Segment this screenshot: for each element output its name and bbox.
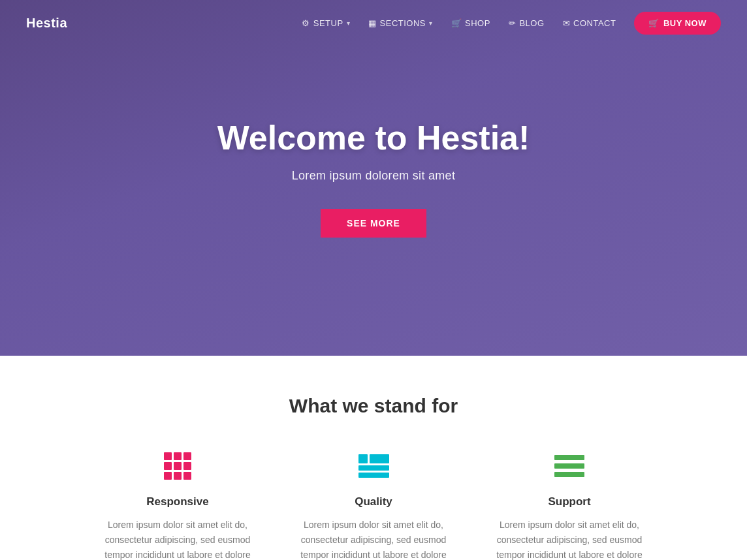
see-more-button[interactable]: SEE MORE bbox=[321, 209, 426, 238]
support-desc: Lorem ipsum dolor sit amet elit do, cons… bbox=[491, 518, 648, 560]
setup-icon: ⚙ bbox=[302, 18, 310, 28]
nav-links: ⚙ SETUP ▾ ▦ SECTIONS ▾ 🛒 SHOP ✏ BLOG ✉ C… bbox=[302, 12, 721, 35]
hero-title: Welcome to Hestia! bbox=[217, 118, 530, 157]
cart-icon: 🛒 bbox=[648, 18, 660, 28]
shop-icon: 🛒 bbox=[451, 18, 462, 28]
brand-logo[interactable]: Hestia bbox=[26, 16, 67, 31]
features-title: What we stand for bbox=[26, 395, 721, 417]
navbar: Hestia ⚙ SETUP ▾ ▦ SECTIONS ▾ 🛒 SHOP ✏ B… bbox=[0, 0, 747, 46]
sections-icon: ▦ bbox=[368, 18, 377, 28]
blog-icon: ✏ bbox=[509, 18, 517, 28]
feature-responsive: Responsive Lorem ipsum dolor sit amet el… bbox=[80, 450, 276, 560]
contact-icon: ✉ bbox=[563, 18, 571, 28]
hero-subtitle: Lorem ipsum dolorem sit amet bbox=[217, 169, 530, 183]
nav-setup[interactable]: ⚙ SETUP ▾ bbox=[302, 18, 350, 28]
hero-content: Welcome to Hestia! Lorem ipsum dolorem s… bbox=[217, 118, 530, 238]
support-icon bbox=[554, 450, 584, 482]
feature-quality: Quality Lorem ipsum dolor sit amet elit … bbox=[276, 450, 471, 560]
nav-shop[interactable]: 🛒 SHOP bbox=[451, 18, 490, 28]
buy-now-button[interactable]: 🛒 BUY NOW bbox=[634, 12, 721, 35]
features-section: What we stand for Responsive Lorem ipsum… bbox=[0, 356, 747, 560]
grid-icon bbox=[164, 452, 191, 480]
quality-icon bbox=[358, 450, 389, 482]
chevron-down-icon: ▾ bbox=[347, 20, 351, 27]
nav-blog[interactable]: ✏ BLOG bbox=[509, 18, 545, 28]
lines-icon bbox=[554, 455, 584, 477]
responsive-desc: Lorem ipsum dolor sit amet elit do, cons… bbox=[99, 518, 256, 560]
support-title: Support bbox=[548, 495, 590, 508]
features-grid: Responsive Lorem ipsum dolor sit amet el… bbox=[80, 450, 667, 560]
quality-desc: Lorem ipsum dolor sit amet elit do, cons… bbox=[295, 518, 452, 560]
nav-sections[interactable]: ▦ SECTIONS ▾ bbox=[368, 18, 432, 28]
hero-section: Welcome to Hestia! Lorem ipsum dolorem s… bbox=[0, 0, 747, 356]
nav-contact[interactable]: ✉ CONTACT bbox=[563, 18, 616, 28]
feature-support: Support Lorem ipsum dolor sit amet elit … bbox=[471, 450, 667, 560]
table-icon bbox=[358, 454, 389, 478]
chevron-down-icon: ▾ bbox=[429, 20, 433, 27]
responsive-icon bbox=[164, 450, 191, 482]
quality-title: Quality bbox=[355, 495, 392, 508]
responsive-title: Responsive bbox=[146, 495, 208, 508]
